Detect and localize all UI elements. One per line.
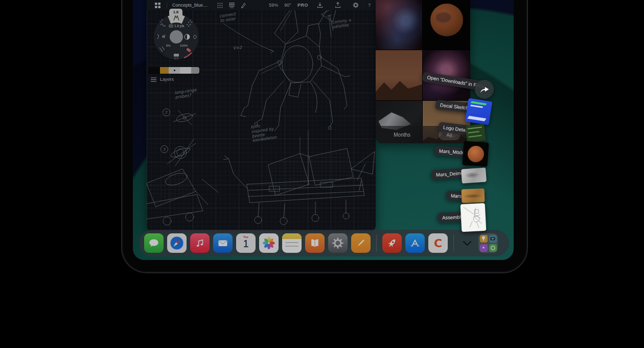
ipad-screen: Concepts_blue… 59% 90° (133, 0, 514, 260)
background: Concepts_blue… 59% 90° (0, 0, 644, 348)
drag-thumb-logo-detail[interactable] (465, 124, 486, 143)
drag-thumb-mars[interactable] (462, 188, 485, 203)
drag-thumb-assembly[interactable] (461, 203, 487, 232)
drag-thumb-mars-model[interactable] (462, 141, 489, 166)
drag-layer: Open “Downloads” in Files Decal Sketches… (133, 0, 514, 260)
share-arrow-icon (479, 85, 490, 94)
drag-thumb-decal-sketches[interactable] (465, 98, 493, 125)
share-forward-button[interactable] (475, 80, 494, 99)
drag-thumb-mars-deimos[interactable] (461, 167, 487, 183)
